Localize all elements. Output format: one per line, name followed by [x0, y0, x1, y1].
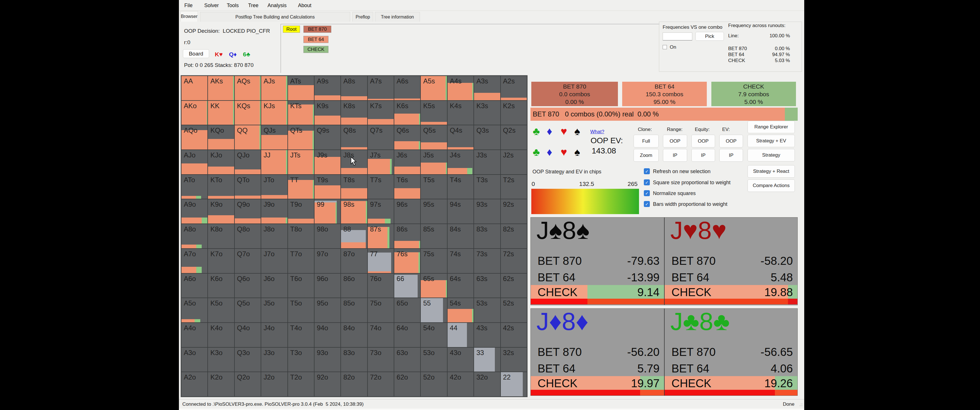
grid-cell-Q6s[interactable]: Q6s [394, 125, 420, 149]
grid-cell-A3o[interactable]: A3o [181, 348, 207, 372]
side-button-3[interactable]: Strategy + React [748, 165, 795, 178]
grid-cell-93o[interactable]: 93o [315, 348, 340, 372]
suit-0-2-icon[interactable]: ♥ [561, 125, 567, 138]
grid-cell-K5o[interactable]: K5o [208, 298, 234, 322]
grid-cell-ATo[interactable]: ATo [181, 175, 207, 199]
grid-cell-K5s[interactable]: K5s [421, 101, 447, 125]
grid-cell-Q8s[interactable]: Q8s [341, 125, 367, 149]
suit-0-3-icon[interactable]: ♠ [574, 125, 580, 138]
grid-cell-JTs[interactable]: JTs [288, 150, 314, 174]
suit-1-0-icon[interactable]: ♣ [533, 146, 540, 158]
grid-cell-A8s[interactable]: A8s [341, 76, 367, 100]
grid-cell-QJo[interactable]: QJo [235, 150, 261, 174]
grid-cell-32s[interactable]: 32s [501, 348, 527, 372]
grid-cell-KJo[interactable]: KJo [208, 150, 234, 174]
grid-cell-TT[interactable]: TT [288, 175, 314, 199]
grid-cell-AJo[interactable]: AJo [181, 150, 207, 174]
grid-cell-KJs[interactable]: KJs [261, 101, 287, 125]
grid-cell-73s[interactable]: 73s [474, 249, 500, 273]
grid-cell-T3o[interactable]: T3o [288, 348, 314, 372]
menu-solver[interactable]: Solver [204, 3, 219, 8]
pick-button[interactable]: Pick [695, 32, 724, 41]
tab-3[interactable]: Tree information [375, 12, 420, 22]
grid-cell-J8o[interactable]: J8o [261, 224, 287, 248]
grid-cell-AA[interactable]: AA [181, 76, 207, 100]
tree-node-BET 64[interactable]: BET 64 [304, 36, 328, 43]
grid-cell-T2o[interactable]: T2o [288, 372, 314, 396]
grid-cell-42o[interactable]: 42o [447, 372, 474, 396]
grid-cell-76s[interactable]: 76s [394, 249, 420, 273]
grid-cell-64s[interactable]: 64s [447, 273, 474, 298]
grid-cell-Q7o[interactable]: Q7o [235, 249, 261, 273]
grid-cell-A5s[interactable]: A5s [421, 76, 447, 100]
grid-cell-A5o[interactable]: A5o [181, 298, 207, 322]
grid-cell-KK[interactable]: KK [208, 101, 234, 125]
suit-1-3-icon[interactable]: ♠ [574, 146, 580, 158]
grid-cell-Q4o[interactable]: Q4o [235, 323, 261, 347]
menu-tree[interactable]: Tree [248, 3, 258, 8]
tree-node-root[interactable]: Root [283, 25, 300, 33]
grid-cell-Q3o[interactable]: Q3o [235, 348, 261, 372]
grid-cell-A4o[interactable]: A4o [181, 323, 207, 347]
grid-cell-J2s[interactable]: J2s [501, 150, 527, 174]
grid-cell-Q4s[interactable]: Q4s [447, 125, 474, 149]
grid-cell-J3o[interactable]: J3o [261, 348, 287, 372]
grid-cell-KTs[interactable]: KTs [288, 101, 314, 125]
grid-cell-T6s[interactable]: T6s [394, 175, 420, 199]
checkbox-3[interactable]: ✓ [644, 201, 650, 207]
checkbox-2[interactable]: ✓ [644, 190, 650, 196]
grid-cell-52o[interactable]: 52o [421, 372, 447, 396]
grid-cell-75o[interactable]: 75o [368, 298, 394, 322]
grid-cell-KQo[interactable]: KQo [208, 125, 234, 149]
grid-cell-J9o[interactable]: J9o [261, 199, 287, 224]
grid-cell-84o[interactable]: 84o [341, 323, 367, 347]
button-OOP-02[interactable]: OOP [691, 135, 715, 148]
grid-cell-85s[interactable]: 85s [421, 224, 447, 248]
grid-cell-74s[interactable]: 74s [447, 249, 474, 273]
grid-cell-A7o[interactable]: A7o [181, 249, 207, 273]
grid-cell-86s[interactable]: 86s [394, 224, 420, 248]
hand-panel-J♥8♥[interactable]: J♥8♥ BET 870-58.20 BET 645.48 CHECK19.88 [664, 218, 797, 305]
grid-cell-85o[interactable]: 85o [341, 298, 367, 322]
grid-cell-Q9o[interactable]: Q9o [235, 199, 261, 224]
grid-cell-J4o[interactable]: J4o [261, 323, 287, 347]
menu-analysis[interactable]: Analysis [267, 3, 286, 8]
grid-cell-KQs[interactable]: KQs [235, 101, 261, 125]
grid-cell-97o[interactable]: 97o [315, 249, 340, 273]
grid-cell-22[interactable]: 22 [501, 372, 527, 396]
grid-cell-88[interactable]: 88 [341, 224, 367, 248]
grid-cell-Q9s[interactable]: Q9s [315, 125, 340, 149]
grid-cell-55[interactable]: 55 [421, 298, 447, 322]
grid-cell-97s[interactable]: 97s [368, 199, 394, 224]
hand-panel-J♣8♣[interactable]: J♣8♣ BET 870-56.65 BET 644.06 CHECK19.26 [664, 308, 797, 396]
action-header-BET 64[interactable]: BET 64150.3 combos95.00 % [622, 82, 707, 106]
grid-cell-AJs[interactable]: AJs [261, 76, 287, 100]
grid-cell-95o[interactable]: 95o [315, 298, 340, 322]
checkbox-1[interactable]: ✓ [644, 180, 650, 185]
grid-cell-QTs[interactable]: QTs [288, 125, 314, 149]
grid-cell-T9s[interactable]: T9s [315, 175, 340, 199]
grid-cell-92s[interactable]: 92s [501, 199, 527, 224]
grid-cell-J5s[interactable]: J5s [421, 150, 447, 174]
grid-cell-T5o[interactable]: T5o [288, 298, 314, 322]
grid-cell-32o[interactable]: 32o [474, 372, 500, 396]
grid-cell-Q6o[interactable]: Q6o [235, 273, 261, 298]
button-IP-12[interactable]: IP [691, 149, 715, 162]
grid-cell-T8s[interactable]: T8s [341, 175, 367, 199]
grid-cell-A2s[interactable]: A2s [501, 76, 527, 100]
grid-cell-J7o[interactable]: J7o [261, 249, 287, 273]
grid-cell-A4s[interactable]: A4s [447, 76, 474, 100]
tab-1[interactable]: Postflop Tree Building and Calculations [200, 12, 350, 22]
grid-cell-QJs[interactable]: QJs [261, 125, 287, 149]
grid-cell-53s[interactable]: 53s [474, 298, 500, 322]
grid-cell-JJ[interactable]: JJ [261, 150, 287, 174]
grid-cell-T4s[interactable]: T4s [447, 175, 474, 199]
grid-cell-42s[interactable]: 42s [501, 323, 527, 347]
grid-cell-JTo[interactable]: JTo [261, 175, 287, 199]
button-IP-11[interactable]: IP [663, 149, 687, 162]
grid-cell-Q5o[interactable]: Q5o [235, 298, 261, 322]
action-header-CHECK[interactable]: CHECK7.9 combos5.00 % [711, 82, 796, 106]
grid-cell-J5o[interactable]: J5o [261, 298, 287, 322]
on-checkbox[interactable] [663, 45, 667, 49]
menu-file[interactable]: File [184, 3, 192, 8]
